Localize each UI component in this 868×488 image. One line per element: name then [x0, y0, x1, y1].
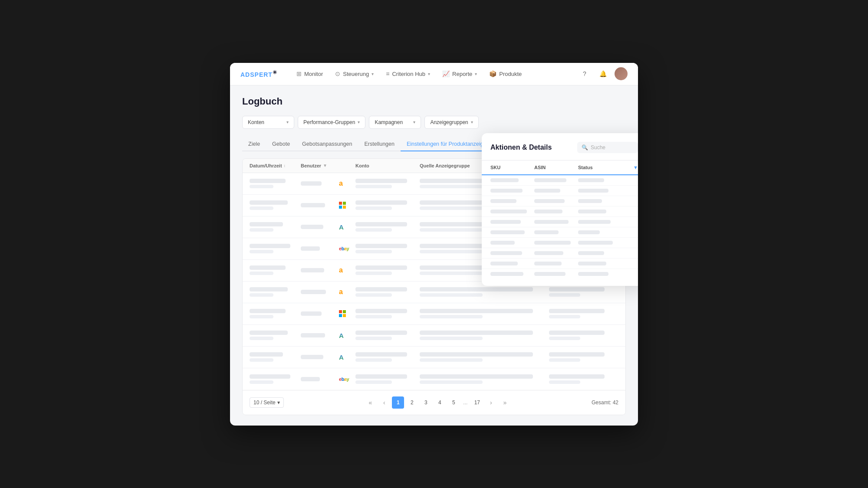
nav-steuerung[interactable]: ⊙ Steuerung ▾ [330, 68, 379, 80]
cell-datum [250, 331, 297, 340]
cell-platform-icon: a [339, 266, 352, 274]
cell-platform-icon: ebay [339, 246, 352, 251]
cell-ziel [549, 352, 618, 362]
cell-konto [355, 331, 416, 340]
overlay-search[interactable]: 🔍 Suche [577, 142, 638, 153]
filter-performance-gruppen[interactable]: Performance-Gruppen ▾ [298, 116, 365, 129]
page-size-label: 10 / Seite [253, 400, 276, 406]
logo-text: ADSPERT [240, 71, 273, 78]
page-17-btn[interactable]: 17 [471, 396, 483, 409]
tab-ziele[interactable]: Ziele [242, 138, 266, 151]
cell-konto [355, 244, 416, 253]
user-avatar[interactable] [615, 67, 628, 80]
monitor-icon: ⊞ [296, 70, 302, 77]
steuerung-chevron: ▾ [372, 72, 374, 76]
search-icon: 🔍 [582, 144, 588, 151]
overlay-cell-asin [534, 251, 575, 255]
cell-platform-icon: a [339, 288, 352, 296]
table-row: A [243, 325, 625, 347]
page-5-btn[interactable]: 5 [447, 396, 460, 409]
prev-page-btn[interactable]: ‹ [378, 396, 390, 409]
page-3-btn[interactable]: 3 [420, 396, 432, 409]
tab-gebote[interactable]: Gebote [266, 138, 296, 151]
criterion-hub-icon: ≡ [386, 70, 389, 77]
total-count: Gesamt: 42 [592, 400, 618, 406]
microsoft-icon [339, 202, 346, 209]
cell-quelle [420, 352, 546, 362]
next-page-btn[interactable]: › [485, 396, 497, 409]
overlay-cell-asin [534, 272, 575, 276]
cell-ziel [549, 331, 618, 340]
overlay-row [482, 238, 638, 248]
cell-benutzer [301, 311, 335, 316]
cell-ziel [549, 309, 618, 318]
filter-kampagnen-label: Kampagnen [375, 119, 403, 125]
cell-ziel [549, 287, 618, 297]
page-2-btn[interactable]: 2 [406, 396, 418, 409]
nav-produkte-label: Produkte [499, 71, 522, 77]
page-1-btn[interactable]: 1 [392, 396, 404, 409]
filter-anzeigegruppen-label: Anzeigegruppen [430, 119, 468, 125]
cell-benutzer [301, 181, 335, 186]
cell-konto [355, 179, 416, 188]
ebay-icon: ebay [339, 246, 349, 251]
cell-benutzer [301, 246, 335, 251]
table-row: ebay [243, 368, 625, 390]
cell-quelle [420, 309, 546, 318]
cell-datum [250, 179, 297, 188]
nav-produkte[interactable]: 📦 Produkte [484, 68, 527, 80]
page-size-select[interactable]: 10 / Seite ▾ [250, 397, 284, 408]
tab-gebotsanpassungen[interactable]: Gebotsanpassungen [296, 138, 358, 151]
overlay-cell-sku [490, 189, 531, 193]
app-logo[interactable]: ADSPERT✳ [240, 69, 277, 78]
filter-kampagnen[interactable]: Kampagnen ▾ [369, 116, 421, 129]
page-4-btn[interactable]: 4 [434, 396, 446, 409]
overlay-row [482, 259, 638, 269]
steuerung-icon: ⊙ [335, 70, 340, 77]
overlay-row [482, 227, 638, 238]
amazon-icon: a [339, 266, 343, 274]
cell-platform-icon [339, 310, 352, 317]
datum-sort-icon[interactable]: ↕ [284, 164, 286, 168]
overlay-row [482, 175, 638, 186]
filter-konten[interactable]: Konten ▾ [242, 116, 294, 129]
overlay-row [482, 217, 638, 227]
tab-einstellungen-produktanzeigen[interactable]: Einstellungen für Produktanzeigen [401, 138, 495, 151]
last-page-btn[interactable]: » [499, 396, 511, 409]
overlay-filter-icon[interactable]: ▼ [625, 165, 638, 170]
overlay-cell-sku [490, 230, 531, 234]
amazon-icon: a [339, 288, 343, 296]
help-button[interactable]: ? [578, 67, 591, 80]
cell-datum [250, 244, 297, 253]
nav-monitor[interactable]: ⊞ Monitor [291, 68, 328, 80]
overlay-row [482, 248, 638, 259]
nav-reporte[interactable]: 📈 Reporte ▾ [437, 68, 482, 80]
overlay-cell-status [578, 189, 621, 193]
tab-erstellungen[interactable]: Erstellungen [358, 138, 401, 151]
first-page-btn[interactable]: « [364, 396, 376, 409]
nav-criterion-hub-label: Criterion Hub [392, 71, 425, 77]
benutzer-filter-icon[interactable]: ▼ [323, 163, 327, 168]
filters-row: Konten ▾ Performance-Gruppen ▾ Kampagnen… [242, 116, 626, 129]
col-konto: Konto [355, 163, 416, 168]
cell-benutzer [301, 290, 335, 294]
overlay-cell-asin [534, 189, 575, 193]
logo-star: ✳ [273, 69, 277, 75]
cell-datum [250, 222, 297, 232]
overlay-col-asin: ASIN [534, 165, 575, 170]
cell-datum [250, 287, 297, 297]
reporte-icon: 📈 [442, 70, 450, 77]
overlay-cell-sku [490, 251, 531, 255]
nav-criterion-hub[interactable]: ≡ Criterion Hub ▾ [381, 68, 435, 80]
pagination-row: 10 / Seite ▾ « ‹ 1 2 3 4 5 ... 17 › » Ge… [243, 390, 625, 415]
cell-benutzer [301, 333, 335, 337]
overlay-cell-asin [534, 262, 575, 265]
table-row [243, 303, 625, 325]
overlay-row [482, 206, 638, 217]
ebay-icon: ebay [339, 377, 349, 382]
main-content: Logbuch Konten ▾ Performance-Gruppen ▾ K… [230, 85, 638, 426]
notifications-button[interactable]: 🔔 [596, 67, 609, 80]
cell-benutzer [301, 203, 335, 207]
col-benutzer: Benutzer ▼ [301, 163, 335, 168]
filter-anzeigegruppen[interactable]: Anzeigegruppen ▾ [424, 116, 478, 129]
